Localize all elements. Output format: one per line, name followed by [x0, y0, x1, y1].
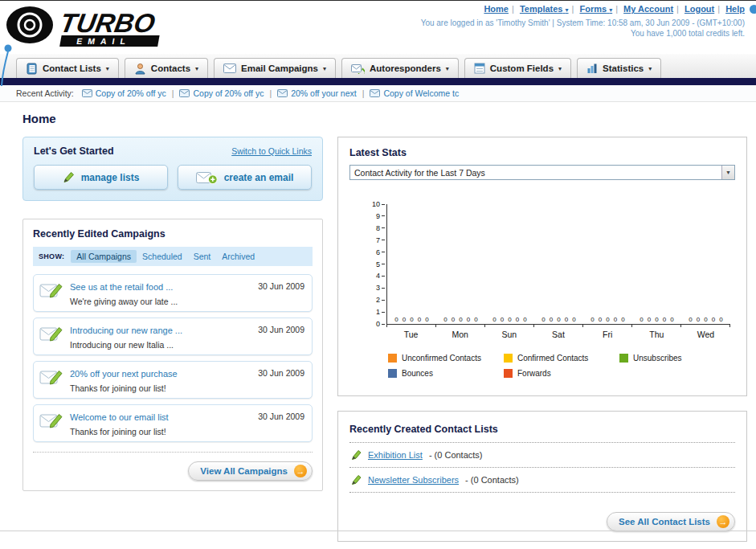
nav-tab-autoresponders[interactable]: Autoresponders ▾	[341, 58, 459, 78]
filter-tab-scheduled[interactable]: Scheduled	[137, 250, 188, 263]
bar-value-label: 0	[565, 316, 568, 323]
envelope-icon	[370, 89, 380, 97]
bar-value-label: 0	[599, 316, 602, 323]
recent-contact-lists-panel: Recently Created Contact Lists Exhibitio…	[337, 411, 747, 542]
chart-plot: 012345678910 000000000000000000000000000…	[386, 204, 730, 325]
top-nav-forms[interactable]: Forms ▾	[579, 4, 612, 14]
chevron-down-icon: ▾	[323, 65, 326, 72]
recent-activity-bar: Recent Activity: Copy of 20% off yc | Co…	[0, 85, 756, 102]
recent-activity-link[interactable]: Copy of 20% off yc	[96, 88, 166, 98]
bar-value-label: 0	[572, 316, 575, 323]
manage-lists-button[interactable]: manage lists	[34, 165, 168, 190]
manage-lists-label: manage lists	[81, 172, 140, 183]
x-axis-tick	[485, 325, 534, 327]
contact-list-link[interactable]: Newsletter Subscribers	[368, 475, 459, 485]
recent-activity-link[interactable]: Copy of Welcome tc	[383, 88, 459, 98]
bar-value-label: 0	[697, 316, 700, 323]
campaign-title-link[interactable]: See us at the retail food ...	[70, 282, 173, 292]
main-content: Home Let's Get Started Switch to Quick L…	[0, 102, 756, 542]
campaign-title-link[interactable]: Welcome to our email list	[70, 412, 169, 422]
nav-divider-bar	[0, 78, 756, 85]
x-axis-label: Sat	[533, 330, 582, 339]
bar-value-label: 0	[550, 316, 553, 323]
latest-stats-title: Latest Stats	[349, 147, 735, 158]
campaign-title-link[interactable]: Introducing our new range ...	[70, 326, 182, 335]
nav-tab-contact-lists[interactable]: Contact Lists ▾	[16, 58, 119, 78]
filter-tab-sent[interactable]: Sent	[188, 250, 217, 263]
recent-activity-item[interactable]: Copy of 20% off yc	[179, 88, 264, 98]
separator: |	[572, 4, 574, 14]
recent-activity-link[interactable]: 20% off your next	[291, 88, 357, 98]
bar-value-label: 0	[606, 316, 609, 323]
campaign-title-link[interactable]: 20% off your next purchase	[70, 369, 178, 379]
view-all-campaigns-button[interactable]: View All Campaigns →	[188, 461, 313, 481]
filter-tab-all-campaigns[interactable]: All Campaigns	[71, 250, 137, 263]
recent-activity-label: Recent Activity:	[16, 88, 74, 98]
separator: |	[512, 4, 514, 14]
contacts-icon	[134, 63, 146, 75]
main-nav-bar: Contact Lists ▾ Contacts ▾ Email Campaig…	[0, 54, 756, 78]
envelope-icon	[82, 89, 92, 97]
y-axis-tick-label: 8	[376, 224, 385, 232]
chart-bar-group: 00000	[436, 316, 485, 324]
legend-item: Unsubscribes	[619, 354, 735, 363]
x-axis-label: Tue	[386, 330, 435, 339]
legend-swatch	[388, 354, 397, 363]
top-nav-my-account[interactable]: My Account	[623, 4, 673, 14]
top-nav-logout[interactable]: Logout	[684, 4, 714, 14]
legend-swatch	[388, 369, 397, 378]
x-axis-tick	[386, 325, 436, 327]
nav-tab-label: Autoresponders	[370, 64, 441, 73]
statistics-icon	[586, 63, 598, 74]
header-right: Home| Templates ▾| Forms ▾| My Account| …	[421, 4, 745, 38]
contact-list-item: Exhibition List - (0 Contacts)	[349, 443, 735, 468]
see-all-contact-lists-label: See All Contact Lists	[619, 517, 710, 526]
top-nav-templates[interactable]: Templates ▾	[520, 4, 569, 14]
y-axis-tick-label: 7	[376, 236, 385, 244]
credits-info: You have 1,000 total credits left.	[421, 29, 745, 38]
y-axis-tick-label: 6	[376, 248, 385, 256]
chevron-down-icon: ▾	[558, 65, 562, 72]
top-nav-help[interactable]: Help	[725, 4, 745, 14]
recent-activity-item[interactable]: Copy of Welcome tc	[370, 88, 459, 98]
legend-label: Confirmed Contacts	[517, 354, 588, 363]
campaign-date: 30 Jun 2009	[258, 409, 304, 436]
contact-list-count: - (0 Contacts)	[429, 450, 483, 460]
chart-legend: Unconfirmed Contacts Confirmed Contacts …	[388, 354, 735, 378]
nav-tab-label: Statistics	[603, 64, 644, 73]
nav-tab-custom-fields[interactable]: Custom Fields ▾	[464, 58, 571, 78]
stats-chart: 012345678910 000000000000000000000000000…	[349, 204, 730, 339]
recent-activity-item[interactable]: Copy of 20% off yc	[82, 88, 166, 98]
bar-value-label: 0	[614, 316, 617, 323]
chevron-down-icon: ▾	[609, 6, 612, 14]
show-label: SHOW:	[39, 252, 64, 260]
legend-label: Unsubscribes	[633, 354, 682, 363]
chevron-down-icon: ▾	[106, 65, 109, 72]
legend-swatch	[619, 354, 628, 363]
nav-tab-email-campaigns[interactable]: Email Campaigns ▾	[214, 58, 336, 78]
left-column: Let's Get Started Switch to Quick Links …	[22, 137, 323, 491]
nav-tab-contacts[interactable]: Contacts ▾	[125, 58, 208, 78]
nav-tab-label: Custom Fields	[490, 64, 554, 73]
bar-value-label: 0	[704, 316, 707, 323]
legend-item: Unconfirmed Contacts	[388, 354, 504, 363]
corner-dot-decoration	[750, 5, 756, 14]
separator: |	[676, 4, 679, 14]
top-nav-home[interactable]: Home	[484, 4, 509, 14]
bar-value-label: 0	[689, 316, 692, 323]
recent-activity-item[interactable]: 20% off your next	[277, 88, 357, 98]
filter-tab-archived[interactable]: Archived	[216, 250, 260, 263]
create-email-button[interactable]: create an email	[178, 165, 312, 190]
x-axis-tick	[681, 325, 730, 327]
switch-to-quick-links[interactable]: Switch to Quick Links	[231, 146, 312, 156]
legend-label: Bounces	[402, 369, 433, 378]
stats-filter-select[interactable]: Contact Activity for the Last 7 Days ▼	[349, 165, 735, 180]
recent-activity-link[interactable]: Copy of 20% off yc	[193, 88, 264, 98]
see-all-contact-lists-button[interactable]: See All Contact Lists →	[607, 512, 735, 531]
legend-item: Confirmed Contacts	[504, 354, 619, 363]
campaigns-filter-row: SHOW: All Campaigns Scheduled Sent Archi…	[33, 247, 313, 266]
campaign-date: 30 Jun 2009	[258, 322, 304, 350]
contact-list-link[interactable]: Exhibition List	[368, 450, 423, 460]
nav-tab-statistics[interactable]: Statistics ▾	[577, 58, 661, 78]
view-all-campaigns-label: View All Campaigns	[200, 466, 288, 476]
